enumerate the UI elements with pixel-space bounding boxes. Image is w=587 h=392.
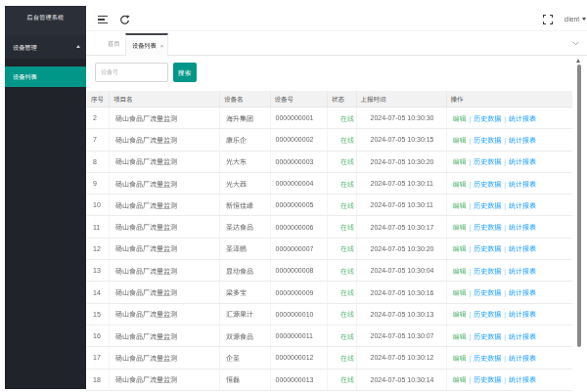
- stats-report-link[interactable]: 统计报表: [509, 245, 536, 252]
- table-cell: 0000000010: [270, 303, 328, 325]
- table-cell-actions: 编辑 | 历史数据 | 统计报表: [446, 260, 572, 282]
- sidebar-subitem-label: 设备列表: [13, 72, 37, 81]
- stats-report-link[interactable]: 统计报表: [509, 158, 536, 165]
- edit-link[interactable]: 编辑: [453, 224, 467, 231]
- table-cell: 新恒佳缘: [220, 195, 271, 216]
- table-cell: 在线: [328, 303, 357, 325]
- history-data-link[interactable]: 历史数据: [474, 158, 501, 165]
- table-row: 8砀山食品厂流量监测光大东0000000003在线2024-07-05 10:3…: [87, 151, 572, 172]
- edit-link[interactable]: 编辑: [453, 137, 467, 144]
- user-dropdown[interactable]: client: [564, 16, 586, 22]
- search-bar: 搜索: [86, 57, 587, 91]
- edit-link[interactable]: 编辑: [453, 202, 467, 209]
- status-badge: 在线: [340, 181, 354, 188]
- table-cell: 砀山食品厂流量监测: [110, 260, 220, 282]
- stats-report-link[interactable]: 统计报表: [509, 202, 536, 209]
- edit-link[interactable]: 编辑: [453, 158, 467, 165]
- stats-report-link[interactable]: 统计报表: [509, 115, 536, 122]
- action-separator: |: [501, 224, 509, 231]
- action-separator: |: [501, 158, 509, 165]
- refresh-icon[interactable]: [119, 15, 130, 25]
- table-cell: 在线: [328, 108, 357, 129]
- tab-home[interactable]: 首页: [106, 31, 121, 56]
- history-data-link[interactable]: 历史数据: [474, 333, 501, 340]
- search-input[interactable]: [95, 63, 168, 82]
- history-data-link[interactable]: 历史数据: [474, 137, 501, 144]
- user-name: client: [564, 16, 579, 22]
- column-header: 操作: [446, 91, 572, 108]
- stats-report-link[interactable]: 统计报表: [509, 268, 536, 275]
- table-row: 15砀山食品厂流量监测汇源果汁0000000010在线2024-07-05 10…: [87, 303, 572, 325]
- table-row: 12砀山食品厂流量监测圣泽鹏0000000007在线2024-07-05 10:…: [87, 238, 572, 259]
- table-cell: 恒磊: [220, 369, 271, 390]
- table-cell: 16: [87, 325, 110, 346]
- table-cell: 0000000008: [270, 260, 328, 282]
- stats-report-link[interactable]: 统计报表: [509, 311, 536, 318]
- table-cell-actions: 编辑 | 历史数据 | 统计报表: [446, 347, 572, 369]
- edit-link[interactable]: 编辑: [453, 268, 467, 275]
- edit-link[interactable]: 编辑: [453, 355, 467, 362]
- history-data-link[interactable]: 历史数据: [474, 245, 501, 252]
- fullscreen-icon[interactable]: [543, 15, 553, 24]
- edit-link[interactable]: 编辑: [453, 115, 467, 122]
- status-badge: 在线: [340, 224, 354, 231]
- history-data-link[interactable]: 历史数据: [474, 289, 501, 296]
- table-cell: 砀山食品厂流量监测: [110, 347, 220, 369]
- edit-link[interactable]: 编辑: [453, 245, 467, 252]
- history-data-link[interactable]: 历史数据: [474, 181, 501, 188]
- sidebar-item-device-management[interactable]: 设备管理: [5, 35, 86, 59]
- history-data-link[interactable]: 历史数据: [474, 224, 501, 231]
- history-data-link[interactable]: 历史数据: [474, 115, 501, 122]
- edit-link[interactable]: 编辑: [453, 376, 467, 383]
- stats-report-link[interactable]: 统计报表: [509, 376, 536, 383]
- table-cell: 圣达食品: [220, 216, 271, 238]
- tab-label: 设备列表: [132, 41, 157, 50]
- stats-report-link[interactable]: 统计报表: [509, 355, 536, 362]
- history-data-link[interactable]: 历史数据: [474, 355, 501, 362]
- table-cell: 在线: [328, 369, 357, 390]
- scrollbar-thumb[interactable]: [577, 65, 580, 347]
- table-cell: 汇源果汁: [220, 303, 271, 325]
- history-data-link[interactable]: 历史数据: [474, 202, 501, 209]
- stats-report-link[interactable]: 统计报表: [509, 333, 536, 340]
- status-badge: 在线: [340, 137, 354, 144]
- search-button[interactable]: 搜索: [173, 63, 198, 82]
- menu-collapse-icon[interactable]: [98, 15, 108, 24]
- history-data-link[interactable]: 历史数据: [474, 311, 501, 318]
- stats-report-link[interactable]: 统计报表: [509, 137, 536, 144]
- table-cell: 7: [87, 129, 110, 151]
- table-cell: 0000000011: [270, 325, 328, 346]
- table-row: 16砀山食品厂流量监测双源食品0000000011在线2024-07-05 10…: [87, 325, 572, 346]
- table-cell: 砀山食品厂流量监测: [110, 129, 220, 151]
- table-cell: 在线: [328, 238, 357, 259]
- scrollbar-up-icon[interactable]: [576, 59, 580, 63]
- table-row: 14砀山食品厂流量监测梁多宝0000000009在线2024-07-05 10:…: [87, 282, 572, 303]
- table-row: 10砀山食品厂流量监测新恒佳缘0000000005在线2024-07-05 10…: [87, 195, 572, 216]
- table-cell: 砀山食品厂流量监测: [110, 172, 220, 194]
- table-cell: 13: [87, 260, 110, 282]
- action-separator: |: [501, 181, 509, 188]
- table-row: 9砀山食品厂流量监测光大西0000000004在线2024-07-05 10:3…: [87, 172, 572, 194]
- table-cell: 2024-07-05 10:30:04: [356, 260, 446, 282]
- status-badge: 在线: [340, 268, 354, 275]
- edit-link[interactable]: 编辑: [453, 289, 467, 296]
- edit-link[interactable]: 编辑: [453, 333, 467, 340]
- history-data-link[interactable]: 历史数据: [474, 376, 501, 383]
- tab-device-list[interactable]: 设备列表 ×: [125, 33, 168, 56]
- table-cell: 18: [87, 369, 110, 390]
- tab-more-icon[interactable]: [572, 40, 579, 47]
- column-header: 设备名: [220, 91, 271, 108]
- tab-close-icon[interactable]: ×: [160, 43, 164, 49]
- history-data-link[interactable]: 历史数据: [474, 268, 501, 275]
- table-cell: 在线: [328, 129, 357, 151]
- stats-report-link[interactable]: 统计报表: [509, 289, 536, 296]
- stats-report-link[interactable]: 统计报表: [509, 181, 536, 188]
- stats-report-link[interactable]: 统计报表: [509, 224, 536, 231]
- sidebar-item-device-list[interactable]: 设备列表: [5, 66, 86, 87]
- sidebar: 后台管理系统 设备管理 设备列表: [5, 6, 86, 389]
- edit-link[interactable]: 编辑: [453, 181, 467, 188]
- status-badge: 在线: [340, 355, 354, 362]
- top-header: client: [86, 6, 587, 30]
- edit-link[interactable]: 编辑: [453, 311, 467, 318]
- sidebar-item-label: 设备管理: [13, 43, 37, 52]
